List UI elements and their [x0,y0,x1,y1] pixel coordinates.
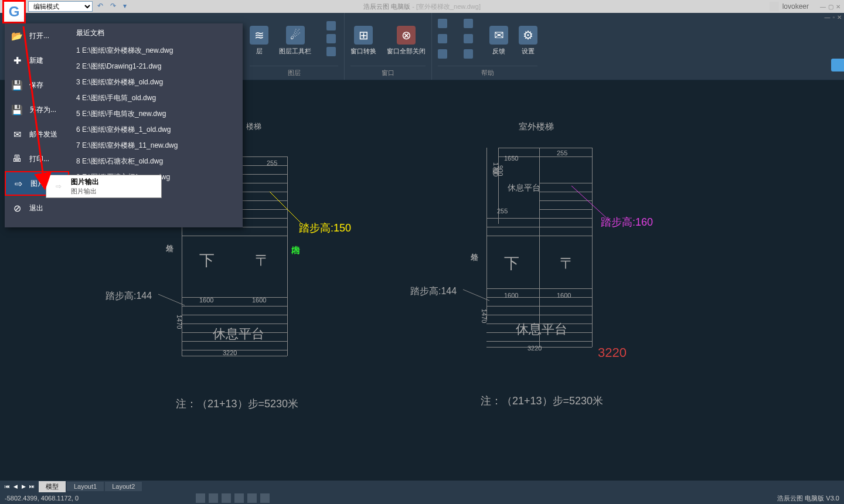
ribbon-group-window: ⊞窗口转换 ⊗窗口全部关闭 窗口 [345,13,432,80]
ribbon-group-layer: ≋层 ☄图层工具栏 图层 [244,13,345,80]
username: lovokeer [782,2,809,11]
help-small-5[interactable] [464,34,473,43]
svg-line-3 [571,186,607,218]
export-image-icon: ⇨ [51,179,66,194]
annotation-arrow [18,26,53,190]
inner-restore[interactable]: ▫ [832,14,835,21]
svg-line-2 [158,294,185,305]
red-dim: 3220 [598,345,627,360]
help-small-1[interactable] [438,19,447,28]
gear-icon: ⚙ [519,26,537,45]
window-switch-button[interactable]: ⊞窗口转换 [350,26,376,56]
recent-file-item[interactable]: 2 E:\图纸\Drawing1-21.dwg [76,59,236,74]
right-title: 室外楼梯 [519,121,554,132]
help-small-6[interactable] [464,49,473,59]
note-left: 注：（21+13）步=5230米 [176,397,298,411]
help-small-3[interactable] [438,49,447,59]
tab-nav-next[interactable]: ▶ [20,482,27,491]
tab-layout2[interactable]: Layout2 [105,482,142,491]
recent-file-item[interactable]: 8 E:\图纸\石塘衣柜_old.dwg [76,154,236,169]
layer-tool-icon: ☄ [286,26,305,45]
user-area[interactable]: lovokeer [770,2,809,11]
qat-dropdown-icon[interactable]: ▾ [123,2,132,11]
recent-file-item[interactable]: 3 E:\图纸\室外楼梯_old.dwg [76,74,236,90]
quick-access-toolbar: ↶ ↷ ▾ [97,2,132,11]
recent-files-title: 最近文档 [76,28,236,38]
window-controls: — ▢ ✕ [820,4,840,10]
window-switch-icon: ⊞ [354,26,373,45]
svg-line-4 [463,290,489,301]
ribbon-group-help: ✉反馈 ⚙设置 帮助 [432,13,543,80]
mode-select[interactable]: 编辑模式 [28,1,93,12]
recent-file-item[interactable]: 1 E:\图纸\室外楼梯改_new.dwg [76,43,236,59]
tab-model[interactable]: 模型 [39,481,66,492]
avatar-icon [770,2,779,11]
help-small-2[interactable] [438,34,447,43]
svg-line-0 [23,26,44,182]
app-menu-button[interactable]: G [2,0,26,23]
layer-small-1[interactable] [326,21,336,30]
step-height-4: 踏步高:144 [410,285,457,298]
recent-file-item[interactable]: 7 E:\图纸\室外楼梯_11_new.dwg [76,138,236,154]
layer-button[interactable]: ≋层 [250,26,268,56]
svg-line-1 [270,192,302,224]
tab-layout1[interactable]: Layout1 [67,482,104,491]
tab-nav-last[interactable]: ⏭ [28,482,35,491]
exit-icon: ⊘ [11,202,23,214]
recent-file-item[interactable]: 4 E:\图纸\手电筒_old.dwg [76,90,236,106]
statusbar: -5802.4399, 4068.1172, 0 浩辰云图 电脑版 V3.0 [0,492,844,504]
inner-close[interactable]: ✕ [837,14,842,21]
layer-small-2[interactable] [326,34,336,43]
menu-exit[interactable]: ⊘退出 [5,196,69,220]
recent-file-item[interactable]: 6 E:\图纸\室外楼梯_1_old.dwg [76,122,236,138]
inner-window-controls: — ▫ ✕ [824,14,842,21]
titlebar: G 编辑模式 ↶ ↷ ▾ 浩辰云图 电脑版 - [室外楼梯改_new.dwg] … [0,0,844,13]
recent-file-item[interactable]: 5 E:\图纸\手电筒改_new.dwg [76,106,236,122]
layer-toolbar-button[interactable]: ☄图层工具栏 [279,26,311,56]
window-close-icon: ⊗ [397,26,416,45]
feedback-icon: ✉ [489,26,508,45]
version-label: 浩辰云图 电脑版 V3.0 [777,494,839,503]
settings-button[interactable]: ⚙设置 [519,26,537,56]
status-toggle-4[interactable] [234,493,244,503]
feedback-button[interactable]: ✉反馈 [489,26,508,56]
status-toggle-2[interactable] [209,493,218,503]
status-toggle-5[interactable] [247,493,257,503]
status-toggle-3[interactable] [222,493,231,503]
note-right: 注：（21+13）步=5230米 [481,394,603,408]
inner-minimize[interactable]: — [824,14,830,21]
window-title: 浩辰云图 电脑版 - [室外楼梯改_new.dwg] [363,2,481,11]
tab-nav-first[interactable]: ⏮ [4,482,11,491]
step-height-1: 踏步高:150 [299,221,351,235]
status-toggle-1[interactable] [196,493,205,503]
status-toggle-6[interactable] [260,493,270,503]
maximize-button[interactable]: ▢ [828,4,833,10]
export-image-submenu[interactable]: ⇨ 图片输出图片输出 [46,175,162,198]
left-title: 楼梯 [246,121,261,132]
step-height-3: 踏步高:144 [106,290,152,302]
undo-icon[interactable]: ↶ [97,2,107,11]
tab-nav-prev[interactable]: ◀ [12,482,19,491]
coords-display: -5802.4399, 4068.1172, 0 [5,495,79,502]
close-button[interactable]: ✕ [836,4,840,10]
redo-icon[interactable]: ↷ [110,2,120,11]
window-close-all-button[interactable]: ⊗窗口全部关闭 [387,26,426,56]
cloud-panel-button[interactable] [831,59,844,71]
layout-tabbar: ⏮ ◀ ▶ ⏭ 模型 Layout1 Layout2 [0,481,844,492]
help-small-4[interactable] [464,19,473,28]
layer-small-3[interactable] [326,47,336,56]
minimize-button[interactable]: — [820,4,826,10]
layers-icon: ≋ [250,26,268,45]
